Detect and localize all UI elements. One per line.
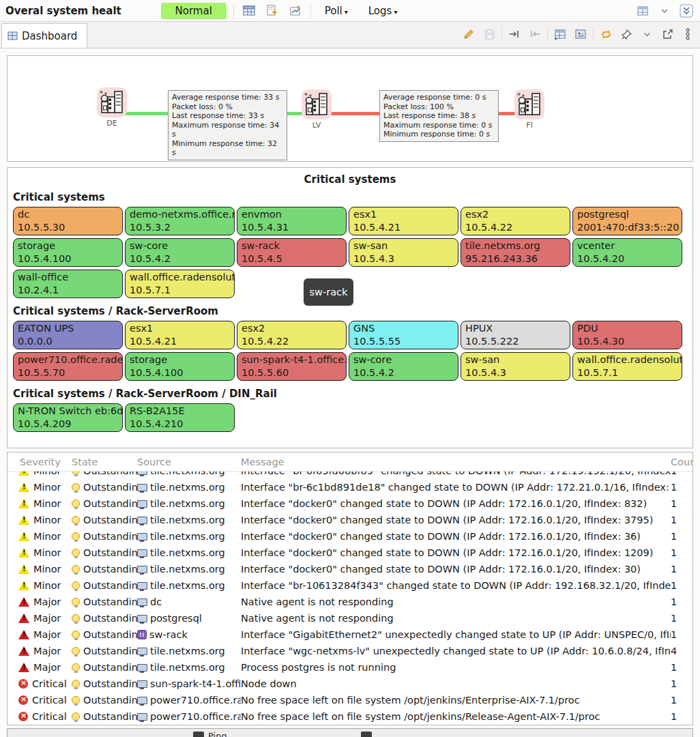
outstanding-bulb-icon	[72, 712, 80, 721]
status-node-box[interactable]: wall.office.radensoluti 10.5.7.1	[572, 352, 682, 381]
collapse-header-icon[interactable]	[678, 3, 695, 19]
status-node-box[interactable]: esx1 10.5.4.21	[125, 321, 235, 349]
state-label: Outstanding	[83, 515, 137, 525]
map-node-de[interactable]: DE	[95, 87, 129, 128]
map-node-fi[interactable]: FI	[512, 89, 546, 130]
status-node-box[interactable]: sw-san 10.5.4.3	[349, 238, 458, 267]
source-node-icon	[137, 598, 147, 606]
view-selector-icon[interactable]	[635, 3, 651, 19]
node-ip: 10.5.4.30	[577, 335, 677, 348]
column-header-state[interactable]: State	[72, 457, 137, 467]
alarm-row[interactable]: Critical Outstanding power710.office.ra …	[8, 708, 692, 725]
status-node-box[interactable]: wall.office.radensoluti 10.5.7.1	[125, 270, 235, 298]
table-view-icon[interactable]	[241, 3, 257, 19]
alarm-row[interactable]: Minor Outstanding tile.netxms.org Interf…	[8, 577, 692, 594]
status-node-box[interactable]: PDU 10.5.4.30	[572, 321, 682, 349]
tab-label: Dashboard	[22, 30, 77, 42]
chevron-down-icon[interactable]	[656, 3, 673, 19]
status-node-box[interactable]: EATON UPS 0.0.0.0	[13, 321, 123, 349]
external-link-icon[interactable]	[659, 26, 675, 42]
alarm-row[interactable]: Critical Outstanding sun-spark-t4-1.offi…	[8, 676, 692, 692]
export-image-icon[interactable]	[572, 26, 589, 42]
status-node-box[interactable]: N-TRON Switch eb:6d:8 10.5.4.209	[13, 403, 123, 432]
source-node-icon	[137, 500, 147, 508]
severity-icon	[18, 613, 29, 623]
status-node-box[interactable]: sun-spark-t4-1.office.ra 10.5.5.60	[237, 352, 347, 381]
status-node-box[interactable]: wall-office 10.2.4.1	[13, 270, 123, 298]
status-node-box[interactable]: tile.netxms.org 95.216.243.36	[461, 238, 570, 267]
tab-dashboard[interactable]: Dashboard	[1, 23, 87, 48]
node-ip: 10.2.4.1	[18, 284, 118, 297]
alarm-row[interactable]: Minor Outstanding tile.netxms.org Interf…	[8, 545, 692, 561]
node-ip: 10.5.4.3	[353, 252, 454, 265]
chevron-down-icon[interactable]	[639, 26, 655, 42]
status-node-box[interactable]: storage 10.5.4.100	[13, 238, 123, 267]
map-node-lv[interactable]: LV	[300, 89, 334, 130]
poll-menu-button[interactable]: Poll▾	[318, 3, 355, 18]
status-node-box[interactable]: esx2 10.5.4.22	[461, 207, 570, 235]
city-icon	[514, 89, 545, 120]
alarm-row[interactable]: Minor Outstanding tile.netxms.org Interf…	[8, 528, 692, 545]
dock-right-icon[interactable]	[506, 26, 523, 42]
status-node-box[interactable]: postgresql 2001:470:df33:5::20	[572, 207, 682, 235]
status-node-box[interactable]: sw-core 10.5.4.2	[125, 238, 235, 267]
status-node-box[interactable]: demo-netxms.office.ra 10.5.3.2	[125, 207, 235, 235]
execute-script-icon[interactable]	[264, 3, 280, 19]
export-chart-icon[interactable]	[287, 3, 304, 19]
column-header-severity[interactable]: Severity^	[8, 457, 72, 467]
source-label: tile.netxms.org	[150, 515, 225, 525]
alarm-row[interactable]: Major Outstanding tile.netxms.org Interf…	[8, 643, 692, 659]
status-node-box[interactable]: esx2 10.5.4.22	[237, 321, 347, 349]
logs-menu-button[interactable]: Logs▾	[362, 3, 405, 18]
node-ip: 95.216.243.36	[465, 252, 566, 265]
status-node-box[interactable]: GNS 10.5.5.55	[349, 321, 458, 349]
status-node-box[interactable]: power710.office.rader 10.5.5.70	[13, 352, 123, 381]
alarm-message: Node down	[241, 678, 671, 689]
alarm-row[interactable]: Major Outstanding dc Native agent is not…	[8, 594, 692, 610]
status-node-box[interactable]: sw-core 10.5.4.2	[349, 352, 458, 381]
status-node-box[interactable]: dc 10.5.5.30	[13, 207, 123, 235]
status-node-box[interactable]: vcenter 10.5.4.20	[572, 238, 682, 267]
pin-icon[interactable]	[618, 26, 635, 42]
column-header-count[interactable]: Count	[671, 457, 692, 467]
node-name: PDU	[577, 322, 677, 335]
status-node-box[interactable]: HPUX 10.5.5.222	[461, 321, 570, 349]
alarm-row[interactable]: Minor Outstanding tile.netxms.org Interf…	[8, 561, 692, 577]
status-node-box[interactable]: storage 10.5.4.100	[125, 352, 235, 381]
severity-label: Minor	[33, 531, 61, 542]
status-node-box[interactable]: RS-B2A15E 10.5.4.210	[125, 403, 235, 432]
outstanding-bulb-icon	[72, 680, 80, 688]
source-node-icon	[137, 680, 147, 688]
outstanding-bulb-icon	[72, 549, 80, 557]
alarm-row[interactable]: Minor Outstanding tile.netxms.org Interf…	[8, 495, 692, 512]
alarm-row[interactable]: Major Outstanding sw-rack Interface "Gig…	[8, 626, 692, 643]
edit-pencil-icon[interactable]	[461, 26, 477, 42]
severity-label: Minor	[33, 564, 61, 575]
column-header-source[interactable]: Source	[137, 457, 241, 467]
outstanding-bulb-icon	[72, 647, 80, 655]
properties-table-icon[interactable]	[552, 26, 568, 42]
alarm-row[interactable]: Critical Outstanding power710.office.ra …	[8, 692, 692, 708]
kebab-menu-icon[interactable]	[680, 26, 696, 42]
alarm-row[interactable]: Major Outstanding tile.netxms.org Proces…	[8, 659, 692, 676]
state-label: Outstanding	[83, 596, 137, 607]
severity-label: Critical	[32, 695, 67, 706]
status-node-box[interactable]: esx1 10.5.4.21	[349, 207, 458, 235]
alarm-row[interactable]: Minor Outstanding tile.netxms.org Interf…	[8, 472, 692, 479]
outstanding-bulb-icon	[72, 565, 80, 573]
chevron-down-icon: ▾	[345, 8, 348, 16]
status-node-box[interactable]: sw-san 10.5.4.3	[461, 352, 570, 381]
severity-label: Critical	[32, 711, 67, 722]
save-icon[interactable]	[481, 26, 497, 42]
node-ip: 10.5.4.20	[577, 252, 677, 265]
alarm-row[interactable]: Minor Outstanding tile.netxms.org Interf…	[8, 479, 692, 495]
alarm-row[interactable]: Major Outstanding postgresql Native agen…	[8, 610, 692, 626]
refresh-icon[interactable]	[598, 26, 614, 42]
outstanding-bulb-icon	[72, 472, 80, 475]
alarm-row[interactable]: Minor Outstanding tile.netxms.org Interf…	[8, 512, 692, 528]
status-node-box[interactable]: envmon 10.5.4.31	[237, 207, 347, 235]
state-label: Outstanding	[83, 678, 137, 689]
dock-left-icon[interactable]	[527, 26, 543, 42]
column-header-message[interactable]: Message	[241, 457, 671, 467]
status-node-box[interactable]: sw-rack 10.5.4.5	[237, 238, 347, 267]
